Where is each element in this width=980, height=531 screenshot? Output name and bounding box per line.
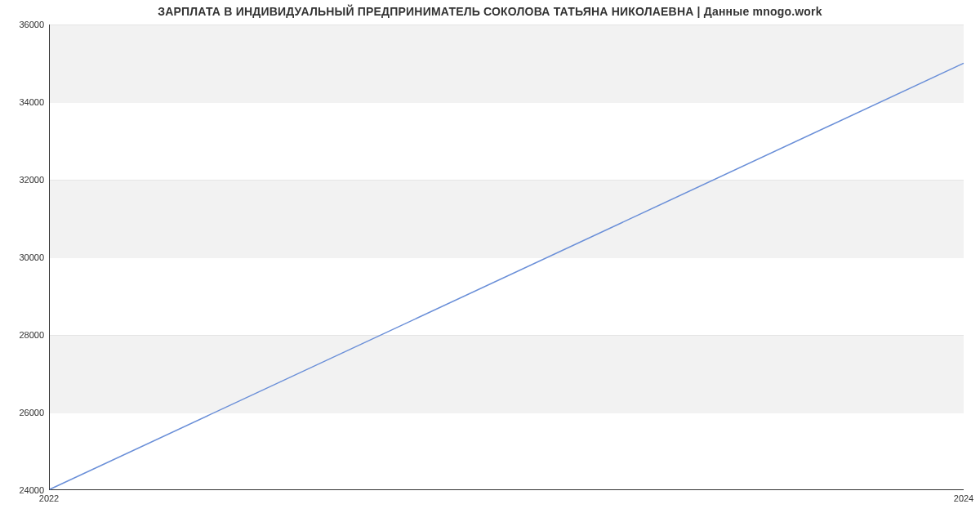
y-tick-label: 32000 — [3, 175, 44, 185]
y-tick-label: 24000 — [3, 485, 44, 495]
y-tick-label: 30000 — [3, 252, 44, 262]
chart-title: ЗАРПЛАТА В ИНДИВИДУАЛЬНЫЙ ПРЕДПРИНИМАТЕЛ… — [0, 5, 980, 18]
x-tick-label: 2024 — [954, 493, 973, 503]
x-tick-label: 2022 — [39, 493, 59, 503]
y-tick-label: 36000 — [3, 20, 44, 29]
chart-container: ЗАРПЛАТА В ИНДИВИДУАЛЬНЫЙ ПРЕДПРИНИМАТЕЛ… — [0, 0, 980, 531]
y-tick-label: 26000 — [3, 408, 44, 417]
line-series — [50, 25, 964, 489]
salary-line — [50, 63, 964, 489]
y-tick-label: 34000 — [3, 97, 44, 107]
y-tick-label: 28000 — [3, 330, 44, 340]
plot-area — [49, 25, 964, 490]
